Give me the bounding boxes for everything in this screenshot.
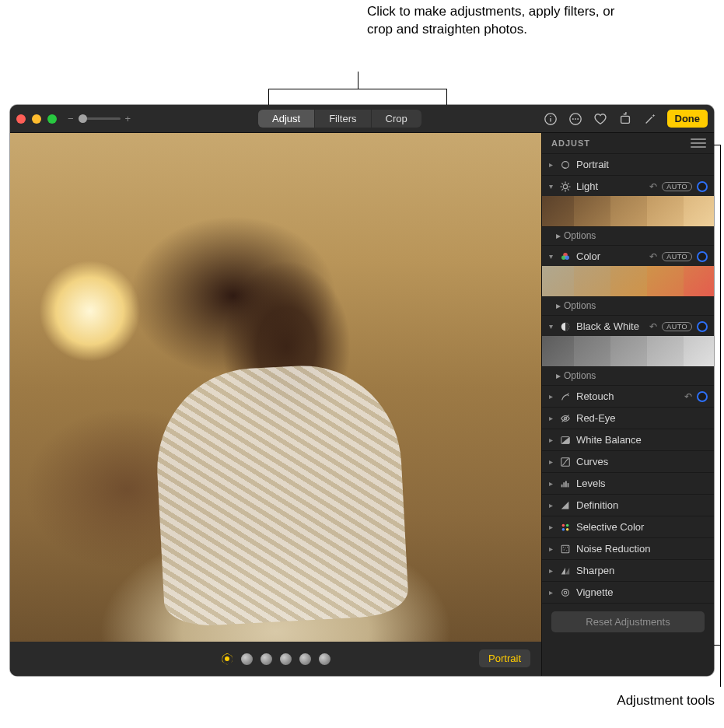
fullscreen-button[interactable] (47, 114, 57, 124)
adj-label: Definition (576, 499, 708, 511)
adj-label: Curves (576, 456, 708, 467)
adj-red-eye[interactable]: ▸ Red-Eye (542, 408, 714, 429)
tab-adjust[interactable]: Adjust (258, 110, 315, 128)
photo-preview[interactable] (10, 133, 541, 642)
svg-rect-26 (561, 484, 563, 487)
svg-point-9 (563, 184, 567, 188)
photos-edit-window: − + Adjust Filters Crop Do (10, 105, 714, 676)
adj-label: Color (576, 250, 645, 262)
bw-options[interactable]: ▸Options (542, 367, 714, 386)
adj-noise-reduction[interactable]: ▸ Noise Reduction (542, 538, 714, 560)
adj-label: Light (576, 180, 645, 192)
adj-label: Vignette (576, 586, 708, 598)
adj-selective-color[interactable]: ▸ Selective Color (542, 516, 714, 538)
zoom-in-icon[interactable]: + (125, 113, 131, 124)
color-options[interactable]: ▸Options (542, 297, 714, 316)
svg-rect-27 (563, 482, 565, 487)
lighting-thumb[interactable] (261, 653, 272, 665)
window-body: Portrait ADJUST ▸ Portrait ▾ Light ↶ AUT… (10, 133, 714, 676)
undo-icon[interactable]: ↶ (649, 321, 657, 332)
options-label: Options (564, 370, 596, 381)
tab-filters[interactable]: Filters (315, 110, 371, 128)
lighting-thumb[interactable] (299, 653, 311, 665)
adj-retouch[interactable]: ▸ Retouch ↶ (542, 386, 714, 408)
lighting-badge-icon[interactable] (222, 653, 233, 665)
light-preview-strip[interactable] (541, 196, 714, 227)
adj-right: ↶ AUTO (649, 251, 708, 262)
svg-point-2 (550, 115, 551, 116)
adj-light[interactable]: ▾ Light ↶ AUTO (542, 176, 714, 198)
auto-button[interactable]: AUTO (662, 322, 692, 331)
svg-line-16 (562, 189, 563, 190)
portrait-button[interactable]: Portrait (479, 649, 530, 667)
enable-toggle[interactable] (697, 321, 708, 332)
minimize-button[interactable] (32, 114, 41, 124)
enable-toggle[interactable] (697, 181, 708, 192)
adj-right: ↶ AUTO (649, 181, 708, 192)
svg-point-39 (566, 550, 567, 551)
zoom-slider[interactable] (79, 117, 121, 120)
svg-point-33 (566, 527, 569, 530)
zoom-control: − + (68, 113, 131, 124)
light-options[interactable]: ▸Options (542, 227, 714, 246)
enable-toggle[interactable] (697, 251, 708, 262)
tab-crop[interactable]: Crop (372, 110, 421, 128)
adj-label: Sharpen (576, 565, 708, 576)
chevron-right-icon: ▸ (547, 523, 554, 531)
options-label: Options (564, 230, 596, 241)
zoom-slider-knob[interactable] (79, 114, 87, 123)
redeye-icon (559, 412, 572, 425)
adj-label: Levels (576, 478, 708, 489)
callout-bracket-top (268, 89, 447, 106)
callout-bottom: Adjustment tools (617, 693, 715, 709)
svg-rect-28 (565, 481, 567, 487)
adj-curves[interactable]: ▸ Curves (542, 451, 714, 473)
favorite-icon[interactable] (593, 111, 608, 127)
zoom-out-icon[interactable]: − (68, 113, 74, 124)
adjust-sidebar: ADJUST ▸ Portrait ▾ Light ↶ AUTO ▸Option… (541, 133, 714, 676)
auto-enhance-icon[interactable] (642, 111, 658, 127)
adj-definition[interactable]: ▸ Definition (542, 495, 714, 516)
mode-segmented-control: Adjust Filters Crop (258, 110, 421, 128)
more-icon[interactable] (568, 111, 583, 127)
sidebar-menu-icon[interactable] (691, 138, 706, 148)
lighting-thumb[interactable] (280, 653, 292, 665)
adj-label: Retouch (576, 390, 680, 402)
auto-button[interactable]: AUTO (662, 252, 692, 261)
chevron-right-icon: ▸ (547, 415, 554, 422)
svg-point-41 (564, 591, 567, 594)
bw-preview-strip[interactable] (541, 336, 714, 367)
adj-right: ↶ (684, 391, 708, 402)
canvas-bottombar: Portrait (10, 642, 541, 676)
adj-vignette[interactable]: ▸ Vignette (542, 582, 714, 604)
auto-button[interactable]: AUTO (662, 182, 692, 191)
done-button[interactable]: Done (667, 110, 708, 128)
info-icon[interactable] (543, 111, 558, 127)
enable-toggle[interactable] (697, 391, 708, 402)
adj-label: Noise Reduction (576, 543, 708, 555)
svg-rect-7 (621, 116, 629, 123)
chevron-down-icon: ▾ (547, 253, 554, 261)
adj-sharpen[interactable]: ▸ Sharpen (542, 560, 714, 582)
svg-rect-29 (568, 483, 569, 487)
adj-white-balance[interactable]: ▸ White Balance (542, 429, 714, 451)
svg-point-31 (566, 523, 569, 527)
close-button[interactable] (16, 114, 26, 124)
adj-black-white[interactable]: ▾ Black & White ↶ AUTO (542, 316, 714, 338)
sidebar-title: ADJUST (551, 138, 590, 148)
rotate-icon[interactable] (617, 111, 633, 127)
sidebar-header: ADJUST (542, 133, 714, 154)
reset-adjustments-button[interactable]: Reset Adjustments (551, 611, 705, 632)
svg-point-20 (565, 255, 569, 260)
undo-icon[interactable]: ↶ (684, 391, 692, 402)
undo-icon[interactable]: ↶ (649, 181, 657, 192)
adj-levels[interactable]: ▸ Levels (542, 473, 714, 495)
svg-point-6 (577, 118, 579, 120)
adj-portrait[interactable]: ▸ Portrait (542, 154, 714, 176)
lighting-thumb[interactable] (319, 653, 331, 665)
lighting-thumb[interactable] (241, 653, 253, 665)
undo-icon[interactable]: ↶ (649, 251, 657, 262)
adj-color[interactable]: ▾ Color ↶ AUTO (542, 246, 714, 268)
chevron-down-icon: ▾ (547, 183, 554, 191)
color-preview-strip[interactable] (541, 266, 714, 297)
